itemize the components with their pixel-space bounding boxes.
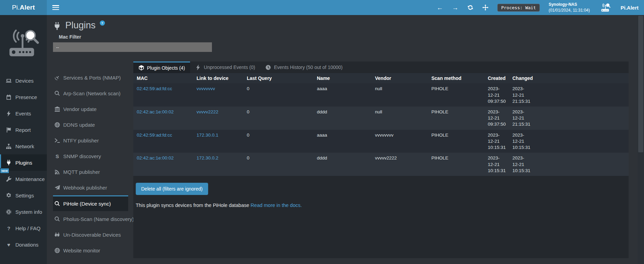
sidebar-item-network[interactable]: Network — [0, 138, 47, 154]
device-link[interactable]: vvvvv2222 — [197, 109, 218, 114]
column-header-last-query: Last Query — [243, 73, 313, 83]
table-row: 02:42:59:ad:fd:cc172.30.0.10aaaavvvvvvvv… — [133, 130, 629, 153]
plugin-nav-item-webhook-publisher[interactable]: Webhook publisher — [53, 180, 128, 195]
cell-filler — [534, 130, 629, 153]
sidebar-item-settings[interactable]: Settings — [0, 187, 47, 204]
plugin-description: This plugin syncs devices from the PiHol… — [136, 203, 629, 208]
plugin-nav-item-arp-scan-network-scan[interactable]: Arp-Scan (Network scan) — [53, 85, 128, 101]
sidebar-menu: DevicesPresenceEventsReportNetworkPlugin… — [0, 72, 47, 253]
scrollbar-thumb[interactable] — [638, 16, 643, 152]
table-row: 02:42:ac:1e:00:02vvvvv22220ddddnullPIHOL… — [133, 107, 629, 130]
sidebar-item-donations[interactable]: ♥Donations — [0, 236, 47, 253]
device-link[interactable]: vvvvvvvv — [197, 86, 215, 91]
flag-icon — [6, 127, 12, 133]
cell-last-query: 0 — [243, 153, 313, 176]
tab-bar: Plugin Objects (4)Unprocessed Events (0)… — [133, 61, 629, 73]
cell-last-query: 0 — [243, 83, 313, 107]
plugin-nav-item-pholus-scan-name-discovery[interactable]: Pholus-Scan (Name discovery) — [53, 211, 128, 227]
plugin-nav-label: PiHole (Device sync) — [63, 201, 111, 207]
page-scrollbar[interactable] — [638, 15, 644, 264]
binoculars-icon — [54, 232, 60, 238]
host-name: Synology-NAS — [549, 2, 590, 8]
sidebar-item-devices[interactable]: Devices — [0, 72, 47, 89]
tab-events-history-50-out-of-10000[interactable]: Events History (50 out of 10000) — [260, 61, 348, 73]
help-badge-icon[interactable]: ? — [100, 20, 105, 26]
tab-unprocessed-events-0[interactable]: Unprocessed Events (0) — [190, 61, 260, 73]
cell-last-query: 0 — [243, 130, 313, 153]
sidebar-item-events[interactable]: Events — [0, 105, 47, 122]
plugin-nav: Services & Ports (NMAP)Arp-Scan (Network… — [53, 61, 128, 258]
sidebar-item-maintenance[interactable]: NEWMaintenance — [0, 171, 47, 187]
host-info: Synology-NAS (01/01/2024, 11:31:04) — [549, 2, 590, 13]
column-header-changed: Changed — [509, 73, 534, 83]
plugin-nav-item-un-discoverable-devices[interactable]: Un-Discoverable Devices — [53, 227, 128, 242]
menu-toggle-icon[interactable] — [52, 5, 59, 10]
app-brand[interactable]: Pi.Alert — [0, 0, 47, 15]
sidebar-item-label: Presence — [15, 94, 37, 100]
delete-all-button[interactable]: Delete all (filters are ignored) — [136, 183, 208, 195]
sidebar-item-label: Plugins — [15, 160, 32, 166]
router-logo-icon — [601, 3, 611, 12]
plugin-nav-item-pihole-device-sync[interactable]: PiHole (Device sync) — [53, 195, 128, 211]
mac-link[interactable]: 02:42:ac:1e:00:02 — [137, 155, 174, 161]
plugin-description-text: This plugin syncs devices from the PiHol… — [136, 203, 249, 208]
plugin-nav-label: Pholus-Scan (Name discovery) — [63, 216, 134, 222]
device-link[interactable]: 172.30.0.2 — [197, 155, 218, 161]
column-header-created: Created — [484, 73, 509, 83]
brand-prefix: Pi. — [12, 4, 20, 11]
mac-link[interactable]: 02:42:ac:1e:00:02 — [137, 109, 174, 114]
plugin-nav-item-ntfy-publisher[interactable]: NTFY publisher — [53, 133, 128, 148]
cell-link-to-device: vvvvv2222 — [193, 107, 243, 130]
cell-scan-method: PIHOLE — [428, 153, 484, 176]
plugin-nav-label: NTFY publisher — [63, 138, 99, 143]
refresh-icon[interactable] — [467, 4, 473, 11]
sidebar-item-help-faq[interactable]: ?Help / FAQ — [0, 220, 47, 236]
column-header-scan-method: Scan method — [428, 73, 484, 83]
laptop-icon — [6, 78, 12, 84]
top-bar: Pi.Alert ← → Process: Wait Synology-NAS … — [0, 0, 644, 15]
tab-plugin-objects-4[interactable]: Plugin Objects (4) — [133, 61, 190, 73]
tab-label: Events History (50 out of 10000) — [274, 65, 343, 70]
column-header-name: Name — [313, 73, 372, 83]
wrench-icon — [6, 176, 12, 182]
cell-name: dddd — [313, 107, 372, 130]
back-arrow-icon[interactable]: ← — [437, 4, 443, 11]
forward-arrow-icon[interactable]: → — [452, 4, 458, 11]
cell-vendor: null — [372, 107, 428, 130]
plugin-nav-item-snmp-discovery[interactable]: SSNMP discovery — [53, 148, 128, 164]
plugin-nav-item-mqtt-publisher[interactable]: MQTT publisher — [53, 164, 128, 180]
move-maximize-icon[interactable] — [482, 4, 488, 11]
plugin-nav-item-website-monitor[interactable]: Website monitor — [53, 242, 128, 258]
cell-link-to-device: 172.30.0.2 — [193, 153, 243, 176]
sidebar-item-label: Settings — [15, 193, 34, 198]
cell-created: 2023-12-2109:37:50 — [484, 107, 509, 130]
cell-name: dddd — [313, 153, 372, 176]
cell-vendor: vvvvv2222 — [372, 153, 428, 176]
docs-link[interactable]: Read more in the docs. — [251, 203, 302, 208]
device-link[interactable]: 172.30.0.1 — [197, 133, 218, 138]
sidebar-item-system-info[interactable]: System info — [0, 204, 47, 220]
cell-filler — [534, 153, 629, 176]
plugin-nav-item-vendor-update[interactable]: Vendor update — [53, 101, 128, 117]
mac-filter-input[interactable] — [53, 42, 212, 52]
calendar-icon — [6, 94, 12, 100]
cell-created: 2023-12-2110:15:31 — [484, 130, 509, 153]
plugin-nav-item-services-ports-nmap[interactable]: Services & Ports (NMAP) — [53, 70, 128, 85]
table-row: 02:42:59:ad:fd:ccvvvvvvvv0aaaanullPIHOLE… — [133, 83, 629, 107]
search-icon — [54, 216, 60, 222]
plugin-nav-item-ddns-update[interactable]: DDNS update — [53, 117, 128, 133]
cell-name: aaaa — [313, 130, 372, 153]
plugin-panel: Plugin Objects (4)Unprocessed Events (0)… — [133, 61, 629, 258]
mac-link[interactable]: 02:42:59:ad:fd:cc — [137, 86, 172, 91]
top-right-brand[interactable]: Pi.Alert — [620, 5, 639, 11]
cell-scan-method: PIHOLE — [428, 130, 484, 153]
cell-mac: 02:42:ac:1e:00:02 — [133, 107, 193, 130]
mac-filter-block: Mac Filter — [53, 34, 629, 52]
host-timestamp: (01/01/2024, 11:31:04) — [549, 8, 590, 13]
sidebar-item-presence[interactable]: Presence — [0, 89, 47, 105]
sidebar-item-report[interactable]: Report — [0, 122, 47, 138]
plugin-nav-label: MQTT publisher — [63, 169, 100, 175]
sidebar-item-label: Maintenance — [15, 176, 45, 182]
cell-scan-method: PIHOLE — [428, 107, 484, 130]
mac-link[interactable]: 02:42:59:ad:fd:cc — [137, 133, 172, 138]
